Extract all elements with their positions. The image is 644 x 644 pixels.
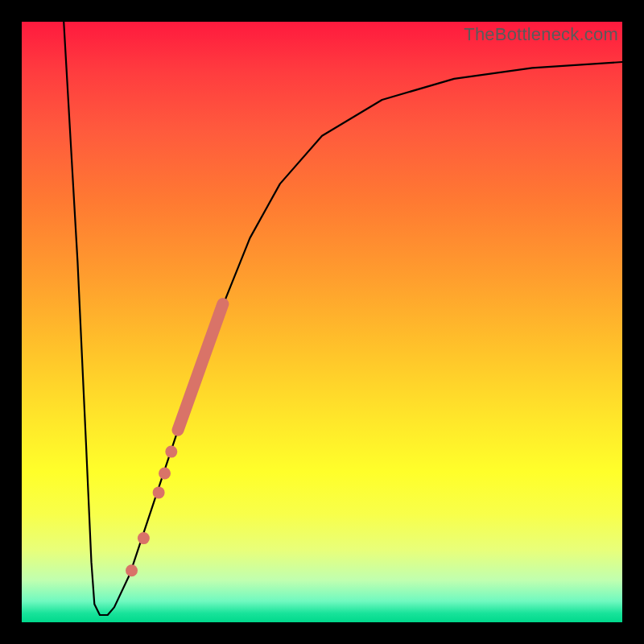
chart-svg — [22, 22, 622, 622]
data-dot — [138, 532, 150, 544]
data-dot — [165, 446, 177, 458]
watermark-text: TheBottleneck.com — [464, 24, 618, 45]
chart-frame: TheBottleneck.com — [0, 0, 644, 644]
curve-line — [64, 22, 622, 615]
plot-area — [22, 22, 622, 622]
data-dot — [159, 468, 171, 480]
data-dot — [126, 564, 138, 576]
data-dot — [153, 486, 165, 498]
highlight-segment — [178, 304, 223, 431]
